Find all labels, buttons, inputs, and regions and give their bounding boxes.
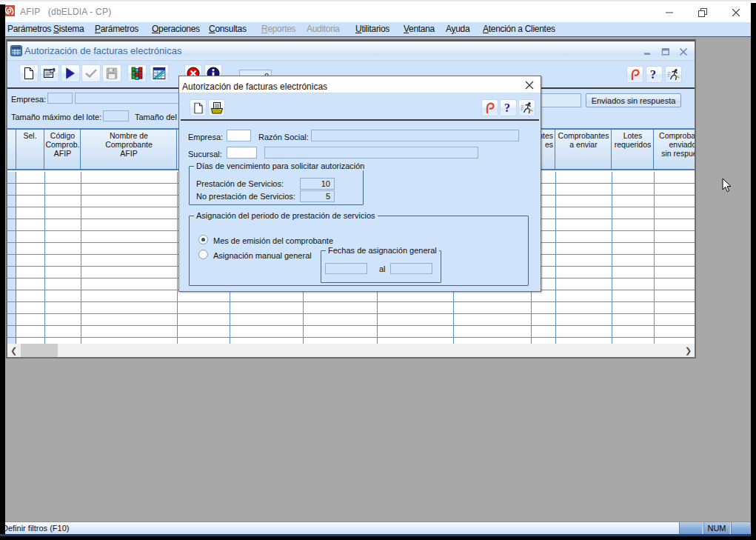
dialog-empresa-field[interactable] — [227, 130, 251, 141]
frame-bottom — [0, 536, 756, 540]
menu-auditoria[interactable]: Auditoria — [307, 24, 340, 36]
dialog-attention-button[interactable] — [481, 99, 498, 116]
radio-mes-emision[interactable] — [198, 235, 208, 244]
dialog-exit-button[interactable] — [518, 99, 535, 116]
empresa-code-field[interactable] — [47, 93, 73, 104]
menu-parametros[interactable]: Parámetros — [95, 24, 138, 36]
radio-mes-emision-label: Mes de emisión del comprobante — [213, 236, 333, 245]
minimize-icon[interactable] — [652, 1, 686, 24]
save-button[interactable] — [102, 64, 121, 82]
enviados-sin-respuesta-button[interactable]: Enviados sin respuesta — [586, 93, 681, 107]
fechas-group-title: Fechas de asignación general — [326, 246, 439, 255]
no-prestacion-label: No prestación de Servicios: — [196, 192, 295, 201]
prestacion-label: Prestación de Servicios: — [196, 179, 284, 188]
mdi-window-title: Autorización de facturas electrónicas — [24, 45, 181, 56]
dialog-titlebar: Autorización de facturas electrónicas — [179, 76, 541, 93]
dialog-cardfile-button[interactable] — [208, 99, 225, 116]
radio-asignacion-manual-label: Asignación manual general — [213, 251, 312, 260]
menu-utilitarios[interactable]: Utilitarios — [355, 24, 389, 36]
vencimiento-groupbox: Días de vencimiento para solicitar autor… — [189, 166, 364, 205]
scroll-left-icon[interactable]: ❮ — [7, 344, 20, 357]
statusbar-pane-2 — [731, 522, 751, 535]
table-row-selector-column[interactable] — [7, 172, 16, 344]
svg-text:?: ? — [504, 102, 510, 114]
grid-window-icon — [10, 45, 22, 56]
autorizacion-dialog: Autorización de facturas electrónicas — [178, 76, 541, 292]
table-header-sel[interactable]: Sel. — [16, 130, 44, 170]
mdi-close-icon[interactable] — [676, 45, 691, 58]
help-button[interactable]: ? — [646, 66, 663, 83]
dialog-sucursal-label: Sucursal: — [188, 150, 222, 159]
table-header-codigo[interactable]: Código Comprob. AFIP — [45, 130, 81, 170]
scroll-right-icon[interactable]: ❯ — [682, 344, 695, 357]
tamano-maximo-field[interactable] — [103, 110, 129, 121]
mouse-cursor — [722, 178, 732, 196]
close-icon[interactable] — [719, 1, 752, 24]
dialog-sucursal-field[interactable] — [227, 147, 257, 159]
dialog-sucursal-name-field[interactable] — [264, 147, 478, 159]
menu-ayuda[interactable]: Ayuda — [446, 24, 469, 36]
menu-ventana[interactable]: Ventana — [404, 24, 435, 36]
al-label: al — [379, 264, 386, 273]
grid-export-button[interactable] — [150, 64, 169, 82]
app-window: AFIP (dbELDIA - CP) Parámetros Sistema P… — [0, 0, 756, 540]
menubar: Parámetros Sistema Parámetros Operacione… — [0, 22, 756, 36]
radio-asignacion-manual[interactable] — [198, 250, 208, 259]
statusbar-text: Definir filtros (F10) — [2, 524, 69, 533]
table-header-lotes[interactable]: Lotes requeridos — [612, 130, 654, 170]
run-button[interactable] — [61, 64, 80, 82]
app-title: AFIP (dbELDIA - CP) — [20, 7, 111, 17]
scrollbar-thumb[interactable] — [21, 344, 58, 357]
app-icon — [4, 5, 15, 16]
statusbar-num: NUM — [703, 522, 730, 535]
prestacion-value-field[interactable]: 10 — [300, 178, 335, 190]
restore-icon[interactable] — [686, 1, 719, 24]
table-header-enviados[interactable]: Comprobantes enviados sin respuesta — [655, 130, 695, 170]
vencimiento-group-title: Días de vencimiento para solicitar autor… — [194, 161, 367, 170]
statusbar-pane-1 — [679, 522, 703, 535]
empresa-label: Empresa: — [11, 95, 46, 104]
menu-reportes[interactable]: Reportes — [261, 24, 295, 36]
frame-left — [0, 4, 5, 536]
menu-consultas[interactable]: Consultas — [209, 24, 247, 36]
new-button[interactable] — [19, 64, 39, 82]
dialog-help-button[interactable]: ? — [500, 99, 517, 116]
fecha-hasta-field[interactable] — [390, 263, 432, 274]
svg-text:?: ? — [650, 69, 656, 81]
dialog-new-button[interactable] — [190, 99, 207, 116]
mdi-maximize-icon[interactable] — [658, 45, 673, 58]
table-header-a-enviar[interactable]: Comprobantes a enviar — [556, 130, 612, 170]
mdi-minimize-icon[interactable] — [640, 45, 655, 58]
exit-button[interactable] — [665, 66, 682, 83]
menu-operaciones[interactable]: Operaciones — [152, 24, 200, 36]
properties-button[interactable] — [40, 64, 59, 82]
dialog-separator — [181, 119, 539, 121]
dialog-razon-field[interactable] — [311, 130, 519, 141]
asignacion-group-title: Asignación del periodo de prestación de … — [194, 211, 378, 220]
fecha-desde-field[interactable] — [325, 263, 367, 274]
table-header-selector — [7, 130, 16, 170]
app-titlebar: AFIP (dbELDIA - CP) — [0, 0, 756, 22]
mdi-titlebar: Autorización de facturas electrónicas — [7, 41, 695, 61]
statusbar: Definir filtros (F10) NUM — [0, 521, 751, 534]
menu-parametros-sistema[interactable]: Parámetros Sistema — [7, 24, 84, 36]
fechas-groupbox: Fechas de asignación general al — [321, 250, 441, 283]
dialog-razon-label: Razón Social: — [258, 133, 309, 141]
dialog-title: Autorización de facturas electrónicas — [182, 81, 327, 92]
no-prestacion-value-field[interactable]: 5 — [300, 190, 335, 202]
dialog-close-icon[interactable] — [520, 78, 539, 92]
confirm-button[interactable] — [81, 64, 101, 82]
table-hscrollbar[interactable]: ❮ ❯ — [7, 344, 695, 357]
frame-right — [751, 3, 756, 536]
dialog-toolbar: ? — [179, 94, 541, 119]
menu-atencion-clientes[interactable]: Atención a Clientes — [483, 24, 555, 36]
attention-button[interactable] — [626, 66, 643, 83]
table-header-nombre[interactable]: Nombre de Comprobante AFIP — [81, 130, 177, 170]
dialog-empresa-label: Empresa: — [188, 133, 223, 141]
tamano-maximo-label: Tamaño máximo del lote: — [11, 113, 101, 121]
asignacion-groupbox: Asignación del periodo de prestación de … — [189, 216, 529, 286]
status-semaphore-button[interactable] — [127, 64, 147, 82]
